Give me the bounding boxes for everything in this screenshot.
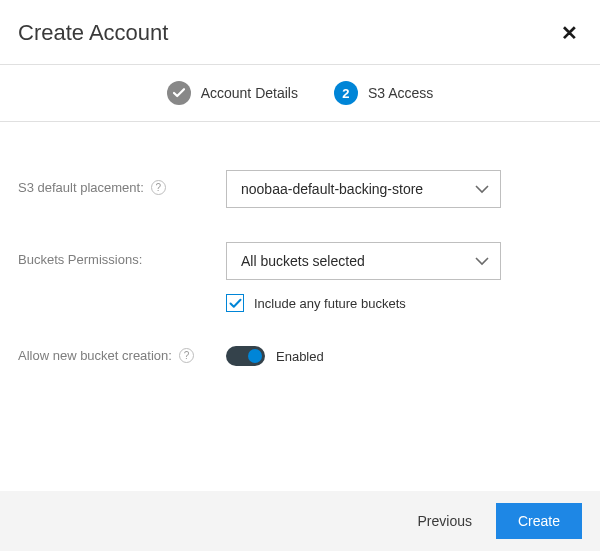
checkbox-label: Include any future buckets [254, 296, 406, 311]
toggle-state-label: Enabled [276, 349, 324, 364]
include-future-checkbox[interactable] [226, 294, 244, 312]
row-include-future-buckets: Include any future buckets [226, 294, 582, 312]
field-input: Enabled [226, 346, 582, 366]
field-label: Buckets Permissions: [18, 242, 226, 267]
dropdown-value: All buckets selected [241, 253, 365, 269]
form-body: S3 default placement: ? noobaa-default-b… [0, 122, 600, 376]
buckets-dropdown[interactable]: All buckets selected [226, 242, 501, 280]
field-label: S3 default placement: ? [18, 170, 226, 195]
wizard-steps: Account Details 2 S3 Access [0, 65, 600, 122]
field-input: All buckets selected [226, 242, 582, 280]
toggle-group: Enabled [226, 346, 582, 366]
check-icon [167, 81, 191, 105]
help-icon[interactable]: ? [179, 348, 194, 363]
row-allow-new-bucket: Allow new bucket creation: ? Enabled [18, 346, 582, 366]
previous-button[interactable]: Previous [412, 505, 478, 537]
field-input: noobaa-default-backing-store [226, 170, 582, 208]
modal-footer: Previous Create [0, 491, 600, 551]
chevron-down-icon [474, 256, 490, 266]
step-number-badge: 2 [334, 81, 358, 105]
placement-dropdown[interactable]: noobaa-default-backing-store [226, 170, 501, 208]
row-buckets-permissions: Buckets Permissions: All buckets selecte… [18, 242, 582, 280]
label-text: Allow new bucket creation: [18, 348, 172, 363]
help-icon[interactable]: ? [151, 180, 166, 195]
step-label: Account Details [201, 85, 298, 101]
chevron-down-icon [474, 184, 490, 194]
create-button[interactable]: Create [496, 503, 582, 539]
modal-header: Create Account ✕ [0, 0, 600, 65]
close-icon[interactable]: ✕ [557, 21, 582, 45]
step-account-details[interactable]: Account Details [167, 81, 298, 105]
step-label: S3 Access [368, 85, 433, 101]
dropdown-value: noobaa-default-backing-store [241, 181, 423, 197]
label-text: Buckets Permissions: [18, 252, 142, 267]
modal-title: Create Account [18, 20, 168, 46]
new-bucket-toggle[interactable] [226, 346, 265, 366]
field-label: Allow new bucket creation: ? [18, 346, 226, 363]
step-s3-access[interactable]: 2 S3 Access [334, 81, 433, 105]
toggle-knob [248, 349, 262, 363]
row-s3-default-placement: S3 default placement: ? noobaa-default-b… [18, 170, 582, 208]
label-text: S3 default placement: [18, 180, 144, 195]
